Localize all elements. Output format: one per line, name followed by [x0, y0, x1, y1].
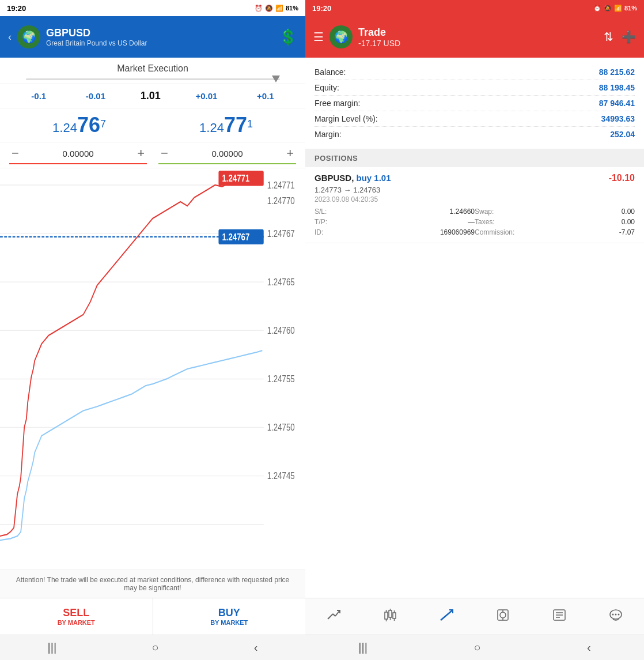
swap-value: 0.00	[622, 208, 635, 216]
tp-row: T/P: —	[315, 217, 475, 227]
sell-button[interactable]: SELL BY MARKET	[0, 598, 153, 635]
ask-price: 1.24771	[199, 113, 253, 137]
buy-tp-plus[interactable]: +	[284, 146, 296, 161]
lot-controls: -0.1 -0.01 1.01 +0.01 +0.1	[0, 84, 305, 108]
action-buttons: SELL BY MARKET BUY BY MARKET	[0, 598, 305, 635]
left-panel: 19:20 ⏰ 🔕 📶 81% ‹ 🌍 GBPUSD Great Britain…	[0, 0, 305, 660]
transfer-icon[interactable]: ⇅	[604, 30, 613, 44]
ask-main: 77	[224, 113, 247, 137]
position-symbol: GBPUSD, buy 1.01	[315, 173, 391, 183]
taxes-label: Taxes:	[475, 218, 495, 226]
tp-value: —	[468, 218, 475, 226]
svg-line-33	[441, 610, 452, 620]
buy-sub-label: BY MARKET	[210, 619, 248, 626]
bid-price: 1.24767	[52, 113, 106, 137]
chart-icon	[326, 608, 341, 626]
sell-label: SELL	[63, 607, 89, 619]
position-prices: 1.24773 → 1.24763	[315, 186, 635, 194]
header-left: ‹ 🌍 GBPUSD Great Britain Pound vs US Dol…	[0, 16, 305, 58]
svg-rect-24	[385, 612, 388, 619]
svg-text:1.24750: 1.24750	[267, 423, 295, 432]
buy-label: BUY	[218, 607, 240, 619]
buy-button[interactable]: BUY BY MARKET	[153, 598, 306, 635]
sl-row: S/L: 1.24660	[315, 207, 475, 216]
status-bar-left: 19:20 ⏰ 🔕 📶 81%	[0, 0, 305, 16]
nav-menu-right[interactable]: |||	[358, 641, 368, 654]
svg-point-43	[612, 613, 614, 615]
nav-candles[interactable]	[382, 608, 397, 626]
orders-icon	[495, 608, 510, 626]
currency-logo: 🌍	[17, 25, 40, 48]
nav-news[interactable]	[552, 608, 567, 626]
svg-line-23	[335, 611, 339, 616]
trade-icon[interactable]: 💲	[279, 28, 297, 46]
id-row: ID: 169060969	[315, 228, 475, 237]
svg-rect-27	[389, 610, 392, 617]
taxes-value: 0.00	[622, 218, 635, 226]
account-info: Balance: 88 215.62 Equity: 88 198.45 Fre…	[305, 58, 644, 149]
nav-trend[interactable]	[439, 608, 454, 626]
attention-text: Attention! The trade will be executed at…	[0, 570, 305, 598]
nav-back-left[interactable]: ‹	[254, 641, 258, 654]
market-execution-section: Market Execution	[0, 58, 305, 84]
svg-text:1.24770: 1.24770	[267, 196, 295, 206]
margin-label: Margin:	[315, 130, 342, 139]
sell-sl-minus[interactable]: −	[9, 146, 21, 161]
positions-section: Positions GBPUSD, buy 1.01 -10.10 1.2477…	[305, 149, 644, 598]
nav-home-left[interactable]: ○	[151, 641, 158, 654]
svg-point-45	[618, 613, 620, 615]
sell-sl-plus[interactable]: +	[135, 146, 147, 161]
price-chart: 1.24771 1.24770 1.24767 1.24765 1.24760 …	[0, 168, 305, 570]
taxes-row: Taxes: 0.00	[475, 217, 635, 227]
margin-level-value: 34993.63	[601, 114, 635, 123]
lot-plus-large[interactable]: +0.1	[252, 89, 279, 103]
currency-description: Great Britain Pound vs US Dollar	[46, 39, 147, 47]
back-button[interactable]: ‹	[8, 31, 12, 43]
nav-chart[interactable]	[326, 608, 341, 626]
sl-label: S/L:	[315, 208, 327, 216]
commission-value: -7.07	[619, 228, 635, 236]
sl-value: 1.24660	[450, 208, 475, 216]
nav-back-right[interactable]: ‹	[587, 641, 591, 654]
margin-level-label: Margin Level (%):	[315, 114, 378, 123]
slider-track[interactable]	[26, 78, 280, 80]
bid-super: 7	[100, 118, 106, 130]
lot-minus-large[interactable]: -0.1	[26, 89, 51, 103]
swap-label: Swap:	[475, 208, 494, 216]
nav-bar-left: ||| ○ ‹	[0, 635, 305, 660]
nav-chat[interactable]	[608, 608, 623, 626]
nav-menu-left[interactable]: |||	[48, 641, 57, 654]
position-item[interactable]: GBPUSD, buy 1.01 -10.10 1.24773 → 1.2476…	[305, 167, 644, 243]
svg-point-44	[615, 613, 617, 615]
margin-row: Margin: 252.04	[315, 127, 635, 142]
tp-label: T/P:	[315, 218, 327, 226]
news-icon	[552, 608, 567, 626]
position-direction: buy 1.01	[357, 173, 391, 183]
bid-prefix: 1.24	[52, 120, 77, 135]
balance-label: Balance:	[315, 67, 346, 77]
trade-amount: -17.17 USD	[358, 39, 400, 48]
lot-minus-small[interactable]: -0.01	[81, 89, 110, 103]
id-value: 169060969	[440, 228, 475, 236]
positions-header: Positions	[305, 149, 644, 167]
free-margin-row: Free margin: 87 946.41	[315, 96, 635, 111]
ask-super: 1	[247, 118, 253, 130]
nav-orders[interactable]	[495, 608, 510, 626]
position-title: GBPUSD, buy 1.01	[315, 173, 391, 183]
chat-icon	[608, 608, 623, 626]
margin-level-row: Margin Level (%): 34993.63	[315, 111, 635, 127]
position-pnl: -10.10	[609, 173, 635, 183]
bid-main: 76	[77, 113, 100, 137]
menu-icon-right[interactable]: ☰	[313, 30, 324, 44]
equity-label: Equity:	[315, 83, 339, 92]
status-bar-right: 19:20 ⏰ 🔕 📶 81%	[305, 0, 644, 16]
slider-container[interactable]	[12, 78, 294, 80]
add-icon[interactable]: ➕	[622, 30, 636, 44]
nav-home-right[interactable]: ○	[473, 641, 480, 654]
trade-title: Trade	[358, 27, 400, 39]
price-display: 1.24767 1.24771	[0, 108, 305, 142]
lot-plus-small[interactable]: +0.01	[191, 89, 222, 103]
buy-tp-minus[interactable]: −	[158, 146, 171, 161]
margin-value: 252.04	[610, 130, 635, 139]
svg-text:1.24771: 1.24771	[267, 180, 295, 190]
